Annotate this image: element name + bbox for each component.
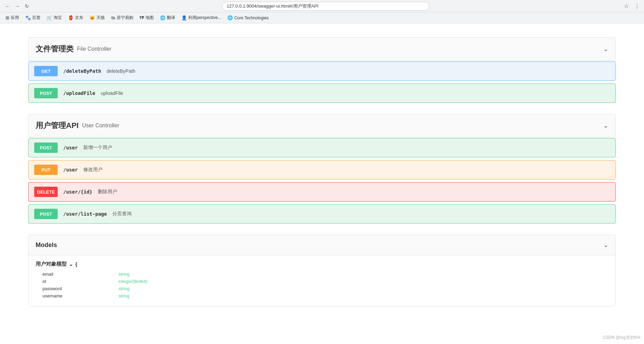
- bookmark-label-map: 地图: [145, 15, 154, 21]
- bookmark-label-baidu: 百度: [32, 15, 40, 21]
- endpoint-desc-user-controller-2: 删除用户: [98, 189, 117, 195]
- models-section: Models ⌄ 用户对象模型 ⌄ { email string id inte…: [28, 235, 616, 306]
- endpoints-user-controller: POST /user 新增一个用户 PUT /user 修改用户 DELETE …: [28, 138, 616, 224]
- bookmark-icon-core: 🌐: [227, 15, 233, 20]
- bookmark-icon-map: 🗺: [140, 15, 144, 20]
- bookmark-icon-tianmao: 🐱: [89, 15, 95, 20]
- model-field-row-1: id integer($int64): [42, 279, 608, 284]
- bookmark-label-suning: 苏宁易购: [117, 15, 133, 21]
- bookmark-tianmao[interactable]: 🐱天猫: [87, 14, 107, 22]
- bookmark-icon-perspective: 👤: [181, 15, 187, 20]
- bookmark-label-core: Core Technologies: [234, 16, 268, 20]
- endpoint-container-file-controller-0: GET /deleteByPath deleteByPath: [28, 61, 616, 81]
- bookmark-translate[interactable]: 🌐翻译: [157, 14, 178, 22]
- model-field-row-0: email string: [42, 272, 608, 277]
- models-body: 用户对象模型 ⌄ { email string id integer($int6…: [29, 255, 615, 306]
- endpoint-path-user-controller-2: /user/{id}: [63, 189, 92, 195]
- section-user-controller: 用户管理API User Controller ⌄ POST /user 新增一…: [28, 114, 616, 224]
- models-header[interactable]: Models ⌄: [29, 235, 615, 255]
- bookmark-apps[interactable]: ⊞应用: [3, 14, 22, 22]
- bookmark-icon-apps: ⊞: [6, 15, 9, 20]
- method-badge-post-3: POST: [34, 209, 58, 219]
- bookmark-icon-suning: 🛍: [111, 15, 115, 20]
- reload-button[interactable]: ↻: [23, 3, 30, 10]
- bookmark-baidu[interactable]: 🐾百度: [22, 14, 43, 22]
- url-text: 127.0.0.1:9004/swagger-ui.html#/用户管理API: [227, 3, 319, 9]
- section-header-left: 用户管理API User Controller: [36, 120, 119, 131]
- endpoint-container-user-controller-3: POST /user/list-page 分页查询: [28, 204, 616, 224]
- endpoint-row-file-controller-0[interactable]: GET /deleteByPath deleteByPath: [28, 61, 616, 81]
- field-type-1: integer($int64): [119, 279, 148, 284]
- bookmark-icon-baidu: 🐾: [25, 15, 31, 20]
- bookmark-suning[interactable]: 🛍苏宁易购: [108, 14, 136, 22]
- field-name-1: id: [42, 279, 98, 284]
- star-icon[interactable]: ☆: [624, 3, 629, 9]
- endpoint-path-user-controller-1: /user: [63, 167, 78, 173]
- section-title-en-user-controller: User Controller: [82, 122, 120, 129]
- endpoint-row-file-controller-1[interactable]: POST /uploadFile uploadFile: [28, 83, 616, 103]
- section-title-en-file-controller: File Controller: [77, 46, 112, 52]
- section-header-user-controller[interactable]: 用户管理API User Controller ⌄: [28, 114, 616, 137]
- forward-button[interactable]: →: [14, 3, 21, 10]
- model-name: 用户对象模型 ⌄ {: [36, 261, 608, 267]
- field-type-2: string: [119, 286, 130, 291]
- method-badge-post-0: POST: [34, 142, 58, 153]
- method-badge-get-0: GET: [34, 66, 58, 76]
- address-bar[interactable]: 127.0.0.1:9004/swagger-ui.html#/用户管理API: [222, 2, 429, 11]
- endpoint-row-user-controller-0[interactable]: POST /user 新增一个用户: [28, 138, 616, 157]
- bookmark-label-apps: 应用: [11, 15, 19, 21]
- bookmark-jingdong[interactable]: 🏮京东: [65, 14, 86, 22]
- field-name-3: username: [42, 293, 98, 298]
- bookmark-label-perspective: 利用perspective...: [188, 15, 221, 21]
- bookmark-icon-translate: 🌐: [160, 15, 165, 20]
- bookmark-perspective[interactable]: 👤利用perspective...: [179, 14, 224, 22]
- endpoint-desc-file-controller-1: uploadFile: [101, 90, 123, 96]
- main-content: 文件管理类 File Controller ⌄ GET /deleteByPat…: [11, 23, 633, 320]
- endpoint-container-user-controller-2: DELETE /user/{id} 删除用户: [28, 182, 616, 202]
- field-name-0: email: [42, 272, 98, 277]
- chevron-down-icon-user-controller: ⌄: [603, 122, 608, 129]
- method-badge-post-1: POST: [34, 88, 58, 98]
- model-field-row-3: username string: [42, 293, 608, 298]
- bookmark-taobao[interactable]: 🛒淘宝: [44, 14, 65, 22]
- endpoint-desc-user-controller-3: 分页查询: [112, 211, 132, 217]
- field-type-0: string: [119, 272, 130, 277]
- models-chevron-icon: ⌄: [603, 241, 608, 249]
- endpoint-container-user-controller-0: POST /user 新增一个用户: [28, 138, 616, 157]
- bookmark-label-tianmao: 天猫: [96, 15, 105, 21]
- models-title: Models: [36, 242, 57, 249]
- bookmark-map[interactable]: 🗺地图: [137, 14, 157, 22]
- model-field-row-2: password string: [42, 286, 608, 291]
- endpoint-row-user-controller-2[interactable]: DELETE /user/{id} 删除用户: [28, 182, 616, 202]
- bookmarks-bar: ⊞应用🐾百度🛒淘宝🏮京东🐱天猫🛍苏宁易购🗺地图🌐翻译👤利用perspective…: [0, 12, 644, 23]
- endpoint-path-user-controller-0: /user: [63, 145, 78, 150]
- section-header-left: 文件管理类 File Controller: [36, 44, 112, 54]
- method-badge-delete-2: DELETE: [34, 187, 58, 197]
- endpoint-desc-file-controller-0: deleteByPath: [107, 68, 135, 74]
- bookmark-label-jingdong: 京东: [75, 15, 83, 21]
- endpoint-row-user-controller-1[interactable]: PUT /user 修改用户: [28, 160, 616, 179]
- endpoint-container-user-controller-1: PUT /user 修改用户: [28, 160, 616, 179]
- method-badge-put-1: PUT: [34, 165, 58, 175]
- menu-icon[interactable]: ⋮: [634, 3, 640, 9]
- endpoint-path-file-controller-1: /uploadFile: [63, 90, 95, 96]
- endpoint-row-user-controller-3[interactable]: POST /user/list-page 分页查询: [28, 204, 616, 224]
- bookmark-icon-taobao: 🛒: [47, 15, 52, 20]
- bookmark-icon-jingdong: 🏮: [68, 15, 74, 20]
- section-header-file-controller[interactable]: 文件管理类 File Controller ⌄: [28, 37, 616, 61]
- bookmark-core[interactable]: 🌐Core Technologies: [225, 14, 271, 21]
- endpoint-desc-user-controller-1: 修改用户: [83, 167, 103, 173]
- endpoint-desc-user-controller-0: 新增一个用户: [83, 145, 112, 151]
- endpoint-path-user-controller-3: /user/list-page: [63, 211, 107, 217]
- chevron-down-icon: ⌄: [69, 261, 73, 267]
- endpoint-path-file-controller-0: /deleteByPath: [63, 68, 101, 74]
- section-title-zh-user-controller: 用户管理API: [36, 120, 79, 131]
- browser-chrome: ← → ↻ 127.0.0.1:9004/swagger-ui.html#/用户…: [0, 0, 644, 12]
- chevron-down-icon-file-controller: ⌄: [603, 45, 608, 53]
- bookmark-label-translate: 翻译: [167, 15, 175, 21]
- field-name-2: password: [42, 286, 98, 291]
- endpoint-container-file-controller-1: POST /uploadFile uploadFile: [28, 83, 616, 103]
- back-button[interactable]: ←: [4, 3, 11, 10]
- bookmark-label-taobao: 淘宝: [54, 15, 62, 21]
- endpoints-file-controller: GET /deleteByPath deleteByPath POST /upl…: [28, 61, 616, 103]
